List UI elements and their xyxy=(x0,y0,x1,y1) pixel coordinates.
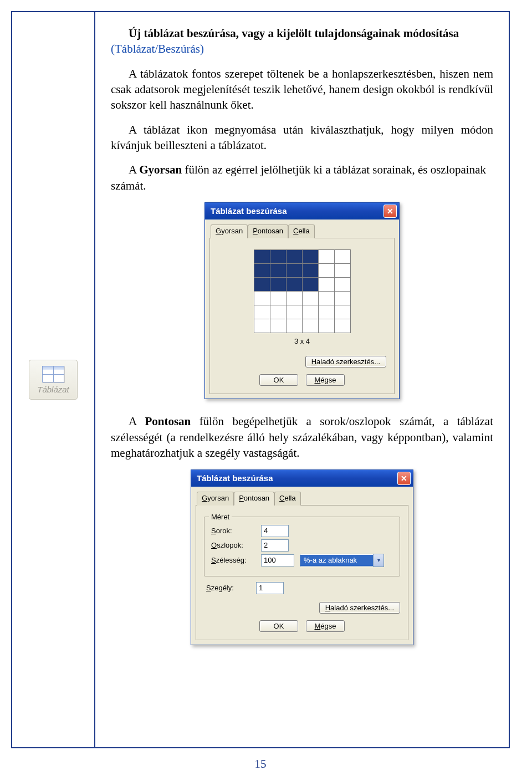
chevron-down-icon: ▾ xyxy=(373,554,383,566)
page-number: 15 xyxy=(11,757,510,771)
ok-button[interactable]: OK xyxy=(259,620,298,632)
insert-table-dialog-quick: Táblázat beszúrása ✕ Gyorsan Pontosan Ce… xyxy=(204,202,400,399)
cancel-button[interactable]: Mégse xyxy=(306,374,345,386)
label-sorok: Sorok: xyxy=(211,526,255,536)
label-oszlopok: Oszlopok: xyxy=(211,540,255,550)
paragraph-1: A táblázatok fontos szerepet töltenek be… xyxy=(111,66,493,113)
content-cell: Új táblázat beszúrása, vagy a kijelölt t… xyxy=(94,11,510,748)
section-title: Új táblázat beszúrása, vagy a kijelölt t… xyxy=(111,25,493,57)
group-meret: Méret Sorok: Oszlopok: Szélesség: xyxy=(204,517,400,576)
paragraph-4: A Pontosan fülön begépelhetjük a sorok/o… xyxy=(111,414,493,461)
section-subtitle: (Táblázat/Beszúrás) xyxy=(111,42,204,55)
dialog-titlebar: Táblázat beszúrása ✕ xyxy=(191,470,413,487)
quick-grid-picker[interactable] xyxy=(254,249,351,333)
close-icon[interactable]: ✕ xyxy=(383,205,397,218)
tab-gyorsan[interactable]: Gyorsan xyxy=(197,492,234,506)
tab-pontosan[interactable]: Pontosan xyxy=(248,224,288,238)
label-szegely: Szegély: xyxy=(206,583,250,593)
tablazat-button-label: Táblázat xyxy=(37,385,69,394)
input-szegely[interactable] xyxy=(256,582,284,594)
tablazat-toolbar-button[interactable]: Táblázat xyxy=(29,360,78,400)
ok-button[interactable]: OK xyxy=(259,374,298,386)
cancel-button[interactable]: Mégse xyxy=(306,620,345,632)
sidebar-cell: Táblázat xyxy=(11,11,94,748)
close-icon[interactable]: ✕ xyxy=(397,472,411,485)
input-oszlopok[interactable] xyxy=(261,539,289,552)
select-szelesseg-unit[interactable]: %-a az ablaknak ▾ xyxy=(300,554,384,567)
input-szelesseg[interactable] xyxy=(261,554,294,566)
advanced-edit-button[interactable]: Haladó szerkesztés... xyxy=(305,356,386,367)
table-icon xyxy=(42,366,64,382)
input-sorok[interactable] xyxy=(261,525,289,537)
insert-table-dialog-precise: Táblázat beszúrása ✕ Gyorsan Pontosan Ce… xyxy=(191,469,413,645)
paragraph-2: A táblázat ikon megnyomása után kiválasz… xyxy=(111,122,493,154)
dialog-title-text: Táblázat beszúrása xyxy=(211,206,287,217)
dialog-title-text: Táblázat beszúrása xyxy=(197,473,273,484)
tab-cella[interactable]: Cella xyxy=(288,224,315,238)
tab-pontosan[interactable]: Pontosan xyxy=(234,492,274,506)
dialog-tabs: Gyorsan Pontosan Cella xyxy=(209,224,395,238)
group-legend: Méret xyxy=(209,512,232,522)
tab-cella[interactable]: Cella xyxy=(274,492,301,506)
advanced-edit-button[interactable]: Haladó szerkesztés... xyxy=(319,602,400,614)
label-szelesseg: Szélesség: xyxy=(211,555,255,565)
dialog-tabs: Gyorsan Pontosan Cella xyxy=(196,491,408,506)
tab-gyorsan[interactable]: Gyorsan xyxy=(211,224,248,238)
dialog-titlebar: Táblázat beszúrása ✕ xyxy=(205,203,399,220)
grid-size-caption: 3 x 4 xyxy=(218,336,386,346)
paragraph-3: A Gyorsan fülön az egérrel jelölhetjük k… xyxy=(111,162,493,193)
